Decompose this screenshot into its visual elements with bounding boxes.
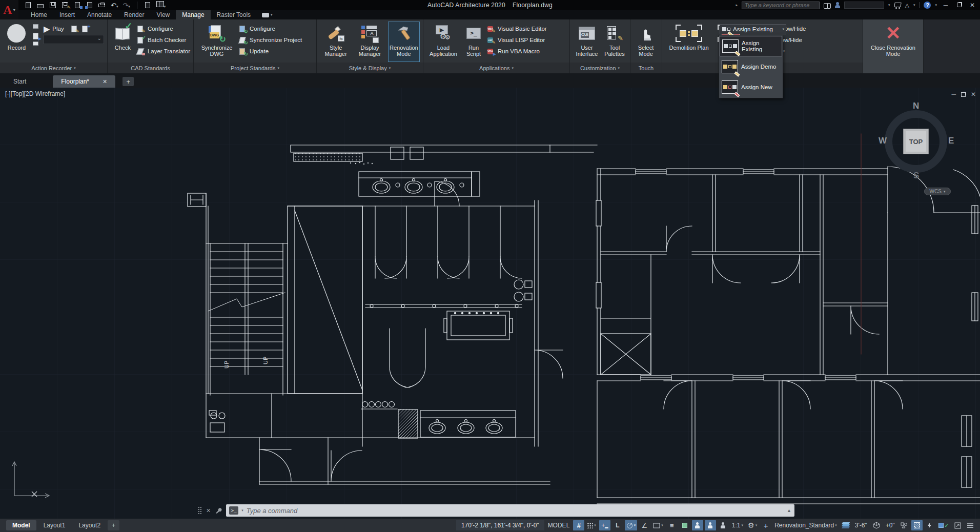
search-icon[interactable]: [824, 3, 831, 8]
menu-item-assign-demo[interactable]: Assign Demo: [720, 56, 782, 77]
edit-macro-icon[interactable]: ✎: [71, 25, 79, 33]
ortho-mode-toggle[interactable]: L: [612, 520, 623, 530]
help-button[interactable]: ?: [924, 2, 931, 9]
chevron-down-icon[interactable]: ▾: [888, 3, 890, 7]
viewport-close-icon[interactable]: ✕: [971, 91, 976, 98]
isolate-objects-button[interactable]: +: [760, 520, 771, 530]
visual-lisp-editor-button[interactable]: LISP✎ Visual LISP Editor: [487, 35, 547, 45]
new-layout-button[interactable]: +: [108, 520, 119, 530]
app-menu-button[interactable]: A ▾: [0, 0, 18, 19]
synchronize-project-button[interactable]: ↻ Synchronize Project: [239, 35, 302, 45]
synchronize-dwg-button[interactable]: DWG ↻ Synchronize DWG: [197, 22, 237, 62]
check-standards-button[interactable]: ✓ Check: [111, 22, 135, 62]
search-input[interactable]: [742, 2, 820, 9]
display-manager-button[interactable]: A Display Manager: [354, 22, 385, 62]
manage-macros-icon[interactable]: +: [81, 25, 90, 33]
demolition-plan-button[interactable]: Demolition Plan: [665, 22, 712, 62]
tool-palettes-button[interactable]: ✎ Tool Palettes: [603, 22, 626, 62]
wcs-dropdown[interactable]: WCS▾: [924, 188, 951, 195]
update-standards-button[interactable]: ↻ Update: [239, 46, 302, 56]
lineweight-toggle[interactable]: ≡: [666, 520, 678, 530]
new-drawing-button[interactable]: +: [122, 77, 134, 86]
object-snap-toggle[interactable]: ▾: [651, 520, 665, 530]
configure-project-button[interactable]: ↻ Configure: [239, 24, 302, 34]
minimize-button[interactable]: ─: [941, 2, 950, 9]
viewcube-north[interactable]: N: [913, 101, 919, 111]
panel-label-project-standards[interactable]: Project Standards▾: [194, 63, 316, 73]
close-renovation-mode-button[interactable]: ✕ Close Renovation Mode: [866, 22, 920, 62]
hatch-background-toggle[interactable]: [911, 520, 923, 530]
infer-constraints-toggle[interactable]: +▂: [599, 520, 610, 530]
clean-screen-button[interactable]: [952, 520, 963, 530]
ribbon-display-toggle[interactable]: ▾: [257, 10, 278, 19]
isometric-drafting-toggle[interactable]: [871, 520, 882, 530]
chevron-down-icon[interactable]: ▾: [241, 508, 243, 513]
command-expand-icon[interactable]: ▲: [787, 508, 791, 513]
account-dropdown[interactable]: [844, 2, 884, 9]
visual-basic-editor-button[interactable]: VBA✎ Visual Basic Editor: [487, 24, 547, 34]
sign-in-icon[interactable]: [835, 2, 840, 8]
display-configuration-dropdown[interactable]: Renovation_Standard▾: [773, 520, 839, 530]
selection-cycling-toggle[interactable]: [899, 520, 910, 530]
snap-mode-toggle[interactable]: ▾: [586, 520, 598, 530]
replace-z-value[interactable]: +0": [884, 522, 897, 529]
tab-insert[interactable]: Insert: [53, 10, 81, 19]
tab-render[interactable]: Render: [118, 10, 150, 19]
model-space-toggle[interactable]: MODEL: [546, 522, 572, 529]
viewport-restore-icon[interactable]: [961, 92, 966, 97]
select-mode-button[interactable]: Select Mode: [634, 22, 658, 62]
3d-osnap-toggle[interactable]: [679, 520, 690, 530]
status-bar-menu-button[interactable]: [965, 520, 976, 530]
insert-message-icon[interactable]: [32, 24, 40, 31]
tab-annotate[interactable]: Annotate: [81, 10, 118, 19]
chevron-down-icon[interactable]: ▾: [913, 3, 915, 7]
tab-layout2[interactable]: Layout2: [72, 520, 107, 530]
insert-input-request-icon[interactable]: ▶: [32, 32, 40, 40]
tab-raster-tools[interactable]: Raster Tools: [211, 10, 257, 19]
layer-translator-button[interactable]: Layer Translator: [137, 46, 190, 56]
viewcube[interactable]: N W E S TOP: [877, 103, 954, 180]
menu-item-assign-new[interactable]: Assign New: [720, 77, 782, 97]
user-interface-button[interactable]: CUI User Interface: [573, 22, 601, 62]
command-input[interactable]: >_ ▾ Type a command ▲: [226, 504, 794, 517]
annotation-visibility-toggle[interactable]: [718, 520, 729, 530]
tab-start[interactable]: Start: [5, 75, 34, 88]
batch-checker-button[interactable]: ✓ Batch Checker: [137, 35, 190, 45]
tab-home[interactable]: Home: [25, 10, 53, 19]
panel-label-applications[interactable]: Applications▾: [423, 63, 569, 73]
polar-tracking-toggle[interactable]: ▾: [625, 520, 638, 530]
panel-label-action-recorder[interactable]: Action Recorder▾: [0, 63, 107, 73]
app-store-icon[interactable]: [894, 3, 901, 8]
annotation-monitor-toggle-1[interactable]: [692, 520, 703, 530]
viewcube-top-face[interactable]: TOP: [903, 129, 929, 154]
wrench-icon[interactable]: [215, 507, 222, 514]
tab-manage[interactable]: Manage: [176, 10, 210, 19]
tab-model[interactable]: Model: [6, 520, 36, 530]
menu-item-assign-existing[interactable]: Assign Existing: [720, 36, 782, 56]
osnap-tracking-toggle[interactable]: ∠: [639, 520, 650, 530]
drawing-viewport[interactable]: UP UP: [0, 88, 980, 519]
quick-properties-toggle[interactable]: [924, 520, 935, 530]
command-close-icon[interactable]: ✕: [206, 507, 211, 514]
viewcube-east[interactable]: E: [948, 136, 954, 146]
close-button[interactable]: ✕: [968, 2, 977, 9]
assign-existing-dropdown-button[interactable]: Assign Existing ▾: [720, 24, 786, 34]
tab-floorplan[interactable]: Floorplan* ✕: [53, 75, 115, 88]
preference-icon[interactable]: [32, 41, 40, 49]
chevron-down-icon[interactable]: ▾: [935, 3, 937, 7]
renovation-mode-button[interactable]: Renovation Mode: [388, 22, 420, 62]
viewport-controls-label[interactable]: [-][Top][2D Wireframe]: [5, 90, 65, 97]
panel-label-customization[interactable]: Customization▾: [570, 63, 630, 73]
annotation-scale-dropdown[interactable]: 1:1▾: [730, 520, 745, 530]
search-expand-icon[interactable]: ▸: [736, 3, 738, 7]
load-application-button[interactable]: ▶ ⚙⚙ Load Application: [426, 22, 460, 62]
annotation-monitor-toggle-2[interactable]: [705, 520, 716, 530]
grid-display-toggle[interactable]: #: [573, 520, 584, 530]
tab-layout1[interactable]: Layout1: [37, 520, 72, 530]
elevation-value[interactable]: 3'-6": [853, 522, 869, 529]
restore-button[interactable]: [954, 2, 964, 9]
record-button[interactable]: Record: [3, 22, 30, 62]
viewport-minimize-icon[interactable]: ─: [951, 91, 956, 98]
workspace-switching-button[interactable]: ✓: [937, 520, 950, 530]
play-button[interactable]: Play: [52, 26, 64, 32]
